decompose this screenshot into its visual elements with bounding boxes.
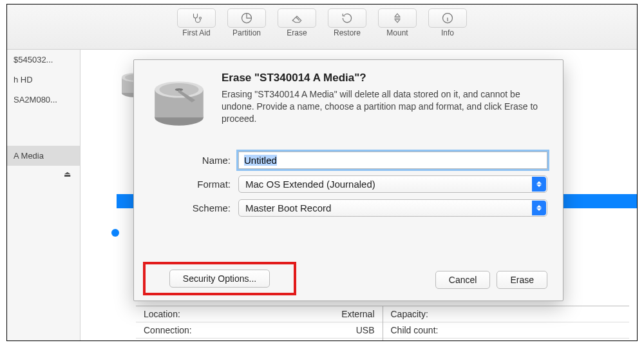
format-value: Mac OS Extended (Journaled) — [245, 179, 375, 190]
location-value: External — [341, 309, 374, 319]
disk-icon — [149, 72, 209, 131]
toolbar-restore[interactable]: Restore — [324, 8, 370, 37]
sidebar-item[interactable]: h HD — [7, 70, 80, 90]
toolbar-first-aid[interactable]: First Aid — [173, 8, 220, 37]
name-label: Name: — [149, 155, 238, 166]
sidebar: $545032... h HD SA2M080... A Media ⏏ — [7, 50, 80, 340]
connection-label: Connection: — [144, 325, 192, 335]
toolbar-label: Info — [441, 28, 454, 37]
toolbar-label: First Aid — [182, 28, 210, 37]
toolbar-mount[interactable]: Mount — [374, 8, 421, 37]
mount-icon — [378, 8, 417, 28]
info-icon — [428, 8, 467, 28]
sidebar-item[interactable]: SA2M080... — [7, 90, 80, 110]
format-select[interactable]: Mac OS Extended (Journaled) — [238, 175, 547, 193]
pie-icon — [227, 8, 266, 28]
volume-dot — [111, 229, 119, 237]
dialog-body: Erasing "ST340014 A Media" will delete a… — [222, 88, 547, 125]
eject-icon[interactable]: ⏏ — [7, 166, 80, 182]
toolbar-label: Erase — [287, 28, 307, 37]
erase-dialog: Erase "ST340014 A Media"? Erasing "ST340… — [133, 59, 564, 301]
capacity-label: Capacity: — [391, 309, 428, 319]
toolbar-label: Restore — [334, 28, 361, 37]
child-count-label: Child count: — [391, 325, 439, 335]
name-input[interactable] — [238, 152, 547, 169]
erase-button[interactable]: Erase — [497, 271, 547, 289]
toolbar-label: Mount — [386, 28, 408, 37]
toolbar-erase[interactable]: Erase — [274, 8, 320, 37]
select-arrows-icon — [532, 177, 546, 192]
scheme-value: Master Boot Record — [245, 202, 331, 213]
svg-point-0 — [200, 17, 202, 19]
scheme-select[interactable]: Master Boot Record — [238, 199, 547, 217]
stethoscope-icon — [177, 8, 216, 28]
restore-icon — [328, 8, 366, 28]
app-window: First Aid Partition Erase Restore Mount — [6, 4, 638, 341]
sidebar-item-selected[interactable]: A Media — [7, 146, 80, 166]
location-label: Location: — [144, 309, 180, 319]
toolbar-partition[interactable]: Partition — [223, 8, 270, 37]
toolbar-info[interactable]: Info — [424, 8, 471, 37]
sidebar-item[interactable]: $545032... — [7, 50, 80, 70]
scheme-label: Scheme: — [149, 202, 238, 213]
disk-details: Location: External Connection: USB Capac… — [136, 306, 629, 340]
dialog-title: Erase "ST340014 A Media"? — [222, 72, 547, 84]
cancel-button[interactable]: Cancel — [435, 271, 491, 289]
format-label: Format: — [149, 179, 238, 190]
eraser-icon — [278, 8, 316, 28]
select-arrows-icon — [532, 201, 546, 215]
toolbar-label: Partition — [232, 28, 261, 37]
connection-value: USB — [356, 325, 375, 335]
toolbar: First Aid Partition Erase Restore Mount — [7, 5, 637, 50]
